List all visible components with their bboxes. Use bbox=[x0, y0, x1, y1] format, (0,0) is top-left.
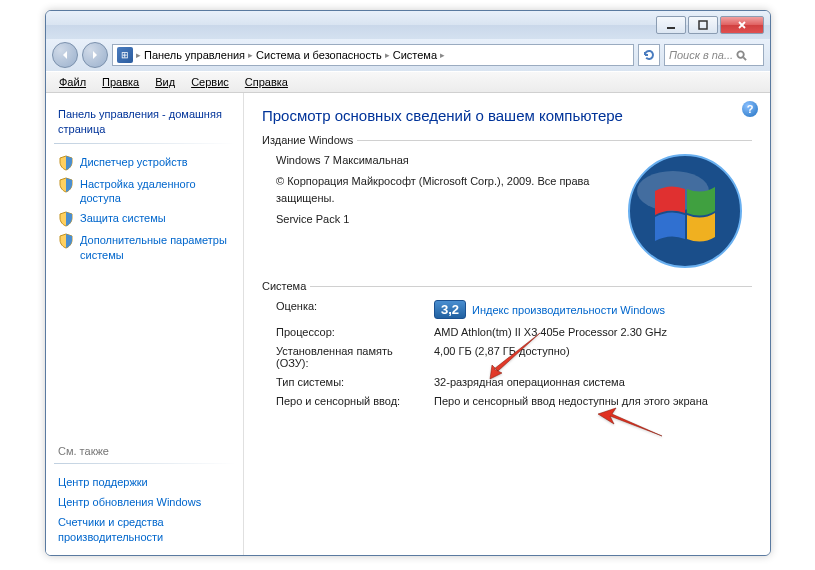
rating-label: Оценка: bbox=[276, 300, 426, 312]
help-icon[interactable]: ? bbox=[742, 101, 758, 117]
shield-icon bbox=[58, 155, 74, 171]
svg-rect-0 bbox=[667, 27, 675, 29]
rating-row: 3,2 Индекс производительности Windows bbox=[434, 300, 665, 319]
edition-sp: Service Pack 1 bbox=[276, 211, 608, 229]
windows-logo bbox=[622, 152, 748, 270]
forward-button[interactable] bbox=[82, 42, 108, 68]
edition-section: Издание Windows Windows 7 Максимальная ©… bbox=[262, 134, 752, 270]
chevron-right-icon: ▸ bbox=[440, 50, 445, 60]
link-label: Настройка удаленного доступа bbox=[80, 177, 231, 206]
link-label: Центр поддержки bbox=[58, 475, 148, 489]
svg-point-2 bbox=[738, 51, 744, 57]
search-input[interactable]: Поиск в па... bbox=[664, 44, 764, 66]
breadcrumb-item[interactable]: Панель управления bbox=[144, 49, 245, 61]
chevron-right-icon: ▸ bbox=[385, 50, 390, 60]
link-label: Диспетчер устройств bbox=[80, 155, 188, 169]
body: Панель управления - домашняя страница Ди… bbox=[46, 93, 770, 555]
back-button[interactable] bbox=[52, 42, 78, 68]
menu-file[interactable]: Файл bbox=[52, 74, 93, 90]
ram-value: 4,00 ГБ (2,87 ГБ доступно) bbox=[434, 345, 748, 357]
type-value: 32-разрядная операционная система bbox=[434, 376, 748, 388]
divider bbox=[54, 143, 235, 144]
maximize-button[interactable] bbox=[688, 16, 718, 34]
refresh-button[interactable] bbox=[638, 44, 660, 66]
minimize-button[interactable] bbox=[656, 16, 686, 34]
address-bar: ⊞ ▸ Панель управления ▸ Система и безопа… bbox=[46, 39, 770, 71]
performance-index-link[interactable]: Индекс производительности Windows bbox=[472, 304, 665, 316]
ram-label: Установленная память (ОЗУ): bbox=[276, 345, 426, 369]
page-title: Просмотр основных сведений о вашем компь… bbox=[262, 107, 752, 124]
system-legend: Система bbox=[262, 280, 310, 292]
see-also-perf-tools[interactable]: Счетчики и средства производительности bbox=[54, 512, 235, 547]
breadcrumb-item[interactable]: Система и безопасность bbox=[256, 49, 382, 61]
link-label: Счетчики и средства производительности bbox=[58, 515, 231, 544]
link-label: Защита системы bbox=[80, 211, 166, 225]
edition-name: Windows 7 Максимальная bbox=[276, 152, 608, 170]
see-also-windows-update[interactable]: Центр обновления Windows bbox=[54, 492, 235, 512]
menu-edit[interactable]: Правка bbox=[95, 74, 146, 90]
chevron-right-icon: ▸ bbox=[248, 50, 253, 60]
see-also-action-center[interactable]: Центр поддержки bbox=[54, 472, 235, 492]
sidebar-home-link[interactable]: Панель управления - домашняя страница bbox=[54, 103, 235, 139]
cpu-label: Процессор: bbox=[276, 326, 426, 338]
type-label: Тип системы: bbox=[276, 376, 426, 388]
sidebar: Панель управления - домашняя страница Ди… bbox=[46, 93, 244, 555]
pen-label: Перо и сенсорный ввод: bbox=[276, 395, 426, 407]
breadcrumb-item[interactable]: Система bbox=[393, 49, 437, 61]
shield-icon bbox=[58, 177, 74, 193]
menubar: Файл Правка Вид Сервис Справка bbox=[46, 71, 770, 93]
chevron-right-icon: ▸ bbox=[136, 50, 141, 60]
link-label: Центр обновления Windows bbox=[58, 495, 201, 509]
link-label: Дополнительные параметры системы bbox=[80, 233, 231, 262]
system-section: Система Оценка: 3,2 Индекс производитель… bbox=[262, 280, 752, 407]
svg-rect-1 bbox=[699, 21, 707, 29]
see-also-heading: См. также bbox=[54, 441, 235, 459]
sidebar-device-manager[interactable]: Диспетчер устройств bbox=[54, 152, 235, 174]
shield-icon bbox=[58, 233, 74, 249]
search-placeholder: Поиск в па... bbox=[669, 49, 733, 61]
system-properties-window: ⊞ ▸ Панель управления ▸ Система и безопа… bbox=[45, 10, 771, 556]
sidebar-remote-settings[interactable]: Настройка удаленного доступа bbox=[54, 174, 235, 209]
menu-tools[interactable]: Сервис bbox=[184, 74, 236, 90]
pen-value: Перо и сенсорный ввод недоступны для это… bbox=[434, 395, 748, 407]
search-icon bbox=[736, 50, 747, 61]
edition-copyright: © Корпорация Майкрософт (Microsoft Corp.… bbox=[276, 173, 608, 208]
breadcrumb[interactable]: ⊞ ▸ Панель управления ▸ Система и безопа… bbox=[112, 44, 634, 66]
cpu-value: AMD Athlon(tm) II X3 405e Processor 2.30… bbox=[434, 326, 748, 338]
sidebar-system-protection[interactable]: Защита системы bbox=[54, 208, 235, 230]
edition-legend: Издание Windows bbox=[262, 134, 357, 146]
spacer bbox=[54, 265, 235, 441]
menu-view[interactable]: Вид bbox=[148, 74, 182, 90]
titlebar bbox=[46, 11, 770, 39]
main-panel: ? Просмотр основных сведений о вашем ком… bbox=[244, 93, 770, 555]
close-button[interactable] bbox=[720, 16, 764, 34]
rating-badge: 3,2 bbox=[434, 300, 466, 319]
sidebar-advanced-settings[interactable]: Дополнительные параметры системы bbox=[54, 230, 235, 265]
edition-text: Windows 7 Максимальная © Корпорация Майк… bbox=[276, 152, 608, 270]
shield-icon bbox=[58, 211, 74, 227]
menu-help[interactable]: Справка bbox=[238, 74, 295, 90]
divider bbox=[54, 463, 235, 464]
control-panel-icon: ⊞ bbox=[117, 47, 133, 63]
